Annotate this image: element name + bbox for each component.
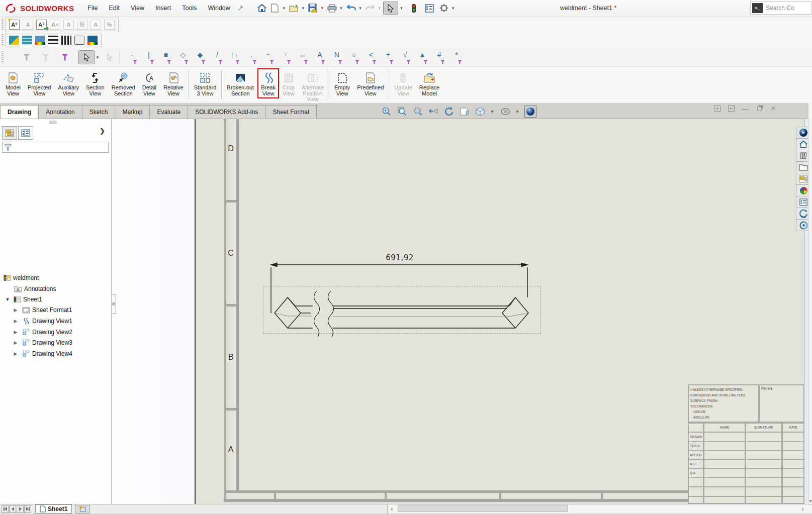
print-button[interactable] xyxy=(326,2,338,15)
deselect-icon[interactable] xyxy=(104,51,116,64)
tree-node-weldment[interactable]: weldment xyxy=(0,273,112,283)
removed-section-button[interactable]: RemovedSection xyxy=(108,68,139,98)
tree-node-drawing-view4[interactable]: ▶ Drawing View4 xyxy=(0,349,112,359)
home-button[interactable] xyxy=(256,2,268,15)
zoom-to-selection-icon[interactable] xyxy=(412,106,424,118)
options-list-button[interactable] xyxy=(423,2,435,15)
model-view-button[interactable]: ModelView xyxy=(2,68,24,98)
collapse-arrow-icon[interactable]: ▶ xyxy=(13,319,18,324)
export-annotation-icon[interactable]: A° xyxy=(36,20,47,30)
scroll-down-icon[interactable] xyxy=(809,500,812,502)
tab-solidworks-add-ins[interactable]: SOLIDWORKS Add-Ins xyxy=(188,105,265,119)
detail-view-button[interactable]: A DetailView xyxy=(139,68,160,98)
settings-gear-button[interactable] xyxy=(438,2,450,15)
redo-button[interactable] xyxy=(364,2,376,15)
line-style-icon[interactable] xyxy=(61,36,71,45)
broken-out-section-button[interactable]: Broken-outSection xyxy=(223,68,257,98)
vertical-scrollbar[interactable] xyxy=(808,119,812,504)
zoom-to-fit-icon[interactable] xyxy=(381,106,393,118)
interference-check-icon[interactable] xyxy=(408,2,420,15)
view-orientation-icon[interactable] xyxy=(474,106,486,118)
collapse-arrow-icon[interactable]: ▶ xyxy=(13,330,18,335)
edit-annotation-icon[interactable]: A xyxy=(23,20,33,30)
toolbar-grip[interactable] xyxy=(2,19,4,31)
tree-filter-input[interactable] xyxy=(2,142,109,153)
filter-edges-icon[interactable]: | xyxy=(142,50,156,65)
tab-sketch[interactable]: Sketch xyxy=(82,105,116,119)
filter-midpoints-icon[interactable]: - xyxy=(279,50,293,65)
open-button[interactable] xyxy=(288,2,300,15)
tree-node-drawing-view1[interactable]: ▶ Drawing View1 xyxy=(0,316,112,326)
replace-model-button[interactable]: ReplaceModel xyxy=(416,68,443,98)
new-document-button[interactable] xyxy=(269,2,281,15)
scrollbar-thumb[interactable] xyxy=(398,505,568,512)
collapse-arrow-icon[interactable]: ▶ xyxy=(13,307,18,313)
hide-show-edges-icon[interactable] xyxy=(74,36,84,45)
collapse-arrow-icon[interactable]: ▶ xyxy=(13,351,18,356)
scroll-right-icon[interactable]: › xyxy=(798,505,807,512)
display-style-icon[interactable] xyxy=(499,106,511,118)
dimension-value[interactable]: 691,92 xyxy=(380,253,420,262)
copy-annotation-icon[interactable]: A xyxy=(63,20,74,30)
filter-balloons-icon[interactable]: ○ xyxy=(347,50,361,65)
clear-all-filters-icon[interactable] xyxy=(42,54,50,61)
new-document-caret[interactable]: ▼ xyxy=(282,6,286,11)
stamp-annotation-icon[interactable]: A xyxy=(91,20,101,30)
sheet1-tab[interactable]: Sheet1 xyxy=(35,504,72,513)
drawing-view1-geometry[interactable] xyxy=(251,249,553,344)
update-view-button[interactable]: UpdateView xyxy=(391,68,415,98)
minimize-icon[interactable]: — xyxy=(741,105,749,112)
tab-drawing[interactable]: Drawing xyxy=(0,105,39,119)
filter-select-caret[interactable]: ▼ xyxy=(96,55,100,60)
tree-node-sheet-format1[interactable]: ▶ Sheet Format1 xyxy=(0,305,112,315)
predefined-view-button[interactable]: PredefinedView xyxy=(353,68,387,98)
3d-drawing-view-icon[interactable] xyxy=(459,106,471,118)
expand-arrow-icon[interactable]: ▼ xyxy=(5,297,10,302)
menu-file[interactable]: File xyxy=(82,2,103,15)
rotate-view-icon[interactable] xyxy=(443,106,455,118)
settings-caret[interactable]: ▼ xyxy=(451,6,455,11)
tab-markup[interactable]: Markup xyxy=(115,105,150,119)
auxiliary-view-button[interactable]: AuxiliaryView xyxy=(54,68,82,98)
menu-edit[interactable]: Edit xyxy=(104,2,126,15)
alternate-position-view-button[interactable]: AlternatePositionView xyxy=(298,68,327,105)
previous-sheet-button[interactable] xyxy=(9,505,16,513)
expand-panel-chevron[interactable]: ❯ xyxy=(100,127,105,135)
color-display-mode-icon[interactable] xyxy=(87,36,98,45)
select-tool-caret[interactable]: ▼ xyxy=(399,6,403,11)
filter-faces-icon[interactable]: ■ xyxy=(159,50,173,65)
filter-toggle-icon[interactable] xyxy=(23,54,31,61)
save-caret[interactable]: ▼ xyxy=(320,6,324,11)
filter-sketch-points-icon[interactable]: . xyxy=(244,50,258,65)
projected-view-button[interactable]: ProjectedView xyxy=(24,68,54,98)
toolbar-grip[interactable] xyxy=(2,51,4,63)
menu-window[interactable]: Window xyxy=(202,2,235,15)
link-annotation-icon[interactable]: % xyxy=(104,20,115,30)
standard-3-view-button[interactable]: Standard3 View xyxy=(191,68,220,98)
paste-annotation-icon[interactable]: ⎘ xyxy=(77,20,87,30)
break-view-button[interactable]: BreakView xyxy=(257,68,279,98)
close-icon[interactable]: × xyxy=(769,105,777,112)
empty-view-button[interactable]: EmptyView xyxy=(331,68,353,98)
horizontal-scrollbar[interactable]: ‹ › xyxy=(387,504,812,513)
scroll-left-icon[interactable]: ‹ xyxy=(388,505,396,512)
filter-planes-icon[interactable]: □ xyxy=(227,50,241,65)
tab-sheet-format[interactable]: Sheet Format xyxy=(265,105,317,119)
pin-menu-icon[interactable] xyxy=(237,5,244,12)
filter-surface-finish-icon[interactable]: √ xyxy=(398,50,412,65)
filter-connection-points-icon[interactable]: * xyxy=(449,50,464,65)
collapse-pane-right-icon[interactable]: ▸ xyxy=(727,105,735,112)
redo-caret[interactable]: ▼ xyxy=(377,6,381,11)
zoom-to-area-icon[interactable] xyxy=(396,106,408,118)
open-caret[interactable]: ▼ xyxy=(301,6,305,11)
view-orientation-caret[interactable]: ▼ xyxy=(490,110,494,114)
filter-vertices-icon[interactable]: · xyxy=(125,50,139,65)
save-button[interactable] xyxy=(307,2,319,15)
layer-properties-icon[interactable] xyxy=(22,36,32,45)
print-caret[interactable]: ▼ xyxy=(339,6,343,11)
search-commands-box[interactable]: >_ Search Co xyxy=(750,2,812,15)
tab-evaluate[interactable]: Evaluate xyxy=(149,105,188,119)
select-tool-button[interactable] xyxy=(383,2,398,15)
undo-button[interactable] xyxy=(345,2,357,15)
undo-caret[interactable]: ▼ xyxy=(358,6,363,11)
